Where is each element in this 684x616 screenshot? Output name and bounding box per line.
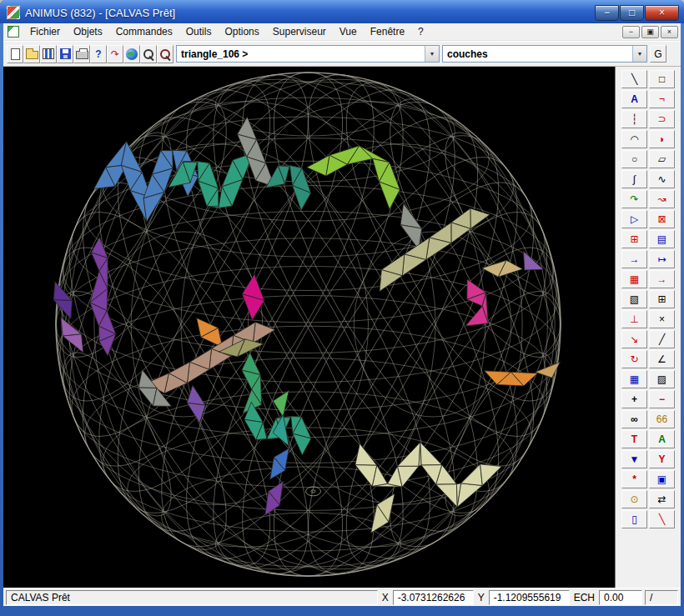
plus-button[interactable]: + [621,390,647,408]
corner-icon: ¬ [659,94,665,104]
point-button[interactable]: ↘ [621,330,647,348]
document-icon[interactable] [8,26,19,38]
pen-button[interactable]: ╲ [649,510,675,528]
menu-commandes[interactable]: Commandes [109,24,179,39]
text-edit-button[interactable]: T [621,430,647,448]
menu-options[interactable]: Options [218,24,265,39]
print-button[interactable] [73,45,90,63]
world-button[interactable] [123,45,140,63]
menu-bar: Fichier Objets Commandes Outils Options … [3,23,681,41]
axes-button[interactable]: ⊥ [621,310,647,328]
zoom-button[interactable] [140,45,157,63]
array-icon: ▦ [630,274,639,284]
mdi-restore-button[interactable]: ▣ [641,26,659,38]
filter-button[interactable]: ▼ [621,450,647,468]
tool-palette-grid: ╲□A¬┆⊃◠◗○▱∫∿↷↝▷⊠⊞▤→↦▦→▧⊞⊥×↘╱↻∠▦▨+−∞66TA▼… [621,70,676,530]
freehand-button[interactable]: ↝ [649,190,675,208]
close-button[interactable]: × [645,5,679,21]
mdi-close-button[interactable]: × [661,26,678,38]
grid-button[interactable]: ⊞ [649,290,675,308]
x-value: -3.0731262626 [393,590,474,605]
curve-arrow-button[interactable]: ↷ [621,190,647,208]
slope-button[interactable]: ╱ [649,330,675,348]
text-button[interactable]: A [621,90,647,108]
construction-line-button[interactable]: ┆ [621,110,647,128]
y-value: -1.1209555619 [489,590,570,605]
context-help-button[interactable]: ? [90,45,107,63]
arc-button[interactable]: ⊃ [649,110,675,128]
line-button[interactable]: ╲ [621,70,647,88]
branch-icon: Y [658,454,665,464]
move-button[interactable]: ⊞ [621,230,647,248]
cylinder-button[interactable]: ▯ [621,510,647,528]
menu-vue[interactable]: Vue [333,24,364,39]
menu-fichier[interactable]: Fichier [23,24,67,39]
new-window-button[interactable]: ▣ [649,470,675,488]
object-combobox[interactable]: triangle_106 > ▼ [176,45,440,63]
paste-button[interactable]: → [621,250,647,268]
scale-ratio: / [645,590,678,605]
plus-icon: + [631,394,637,404]
array-button[interactable]: ▦ [621,270,647,288]
grid-icon: ⊞ [657,294,666,304]
tile-button[interactable]: ▧ [621,290,647,308]
circle-button[interactable]: ○ [621,150,647,168]
minus-icon: − [659,394,665,404]
menu-superviseur[interactable]: Superviseur [266,24,333,39]
menu-outils[interactable]: Outils [179,24,219,39]
maximize-button[interactable]: □ [620,5,644,21]
parallelogram-button[interactable]: ▱ [649,150,675,168]
angle-button[interactable]: ∠ [649,350,675,368]
new-window-icon: ▣ [657,474,666,484]
text-icon: A [631,94,638,104]
table-button[interactable]: ▦ [621,370,647,388]
pen-icon: ╲ [659,514,665,524]
digits-button[interactable]: 66 [649,410,675,428]
new-file-icon [11,48,20,60]
swap-button[interactable]: ⇄ [649,490,675,508]
ech-label: ECH [572,592,596,603]
rectangle-button[interactable]: □ [649,70,675,88]
copy-button[interactable]: ▤ [649,230,675,248]
polygon-button[interactable]: ▷ [621,210,647,228]
minus-button[interactable]: − [649,390,675,408]
zoom-previous-button[interactable] [157,45,174,63]
new-file-button[interactable] [7,45,23,63]
open-file-button[interactable] [23,45,40,63]
hatch-icon: ▨ [657,374,666,384]
intersect-button[interactable]: × [649,310,675,328]
mdi-minimize-button[interactable]: − [622,26,640,38]
hatch-button[interactable]: ▨ [649,370,675,388]
circle-icon: ○ [631,154,637,164]
clock-button[interactable]: ⊙ [621,490,647,508]
drawing-canvas[interactable] [3,67,615,588]
minimize-button[interactable]: − [595,5,619,21]
chevron-down-icon[interactable]: ▼ [425,46,439,62]
view-columns-button[interactable] [40,45,57,63]
spline-button[interactable]: ∫ [621,170,647,188]
wave-button[interactable]: ∿ [649,170,675,188]
rotate-button[interactable]: ↻ [621,350,647,368]
arc-3pt-button[interactable]: ◠ [621,130,647,148]
delete-button[interactable]: ⊠ [649,210,675,228]
import-button[interactable]: ↦ [649,250,675,268]
save-button[interactable] [57,45,73,63]
corner-button[interactable]: ¬ [649,90,675,108]
chevron-down-icon[interactable]: ▼ [632,46,646,62]
menu-help[interactable]: ? [411,24,430,39]
binoculars-button[interactable]: ∞ [621,410,647,428]
g-button[interactable]: G [650,45,666,63]
export-button[interactable]: → [649,270,675,288]
half-disc-button[interactable]: ◗ [649,130,675,148]
delete-icon: ⊠ [657,214,666,224]
swap-icon: ⇄ [657,494,666,504]
parallelogram-icon: ▱ [658,154,666,164]
branch-button[interactable]: Y [649,450,675,468]
star-button[interactable]: * [621,470,647,488]
menu-fenetre[interactable]: Fenêtre [364,24,411,39]
layers-combobox[interactable]: couches ▼ [442,45,647,63]
menu-objets[interactable]: Objets [67,24,109,39]
annotate-button[interactable]: A [649,430,675,448]
title-bar[interactable]: ANIMUS (832) - [CALVAS Prêt] − □ × [0,0,684,23]
redo-button[interactable]: ↷ [107,45,123,63]
